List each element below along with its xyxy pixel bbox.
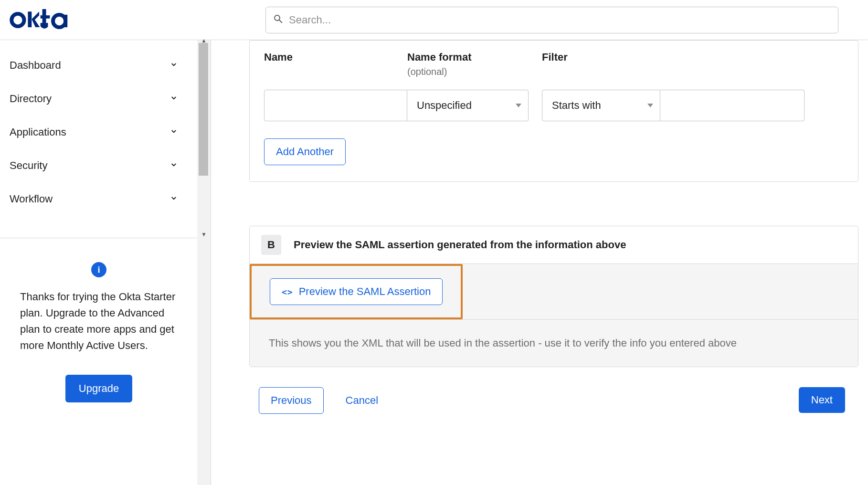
main-content: Name Name format (optional) Filter Unspe… (211, 40, 868, 485)
sidebar-item-security[interactable]: Security (0, 149, 197, 182)
scroll-down-icon[interactable]: ▼ (197, 231, 211, 238)
sidebar-item-label: Directory (10, 93, 52, 105)
col-format-optional: (optional) (407, 66, 542, 77)
next-button[interactable]: Next (799, 387, 845, 413)
sidebar-item-label: Workflow (10, 193, 53, 205)
name-format-value: Unspecified (417, 99, 472, 112)
upgrade-button[interactable]: Upgrade (65, 375, 132, 402)
search-icon (273, 13, 284, 27)
scroll-thumb[interactable] (199, 43, 208, 176)
preview-saml-button[interactable]: <> Preview the SAML Assertion (270, 278, 443, 305)
promo-box: i Thanks for trying the Okta Starter pla… (0, 238, 198, 422)
dropdown-icon (516, 104, 521, 107)
footer-buttons: Previous Cancel Next (249, 367, 858, 414)
add-another-button[interactable]: Add Another (264, 138, 346, 165)
sidebar-scrollbar[interactable]: ▲ ▼ (197, 40, 211, 485)
group-attribute-card: Name Name format (optional) Filter Unspe… (249, 40, 858, 182)
sidebar-nav: Dashboard Directory Applications Securit… (0, 40, 197, 485)
search-box[interactable] (265, 7, 838, 33)
section-b-card: B Preview the SAML assertion generated f… (249, 226, 858, 367)
chevron-down-icon (169, 59, 178, 72)
sidebar: Dashboard Directory Applications Securit… (0, 40, 211, 485)
filter-select[interactable]: Starts with (542, 90, 660, 121)
code-icon: <> (282, 287, 293, 297)
svg-point-0 (11, 13, 24, 26)
col-format: Name format (optional) (407, 51, 542, 77)
name-input[interactable] (264, 90, 407, 121)
okta-logo (8, 8, 79, 32)
preview-btn-label: Preview the SAML Assertion (299, 285, 431, 298)
previous-button[interactable]: Previous (259, 387, 324, 414)
col-format-label: Name format (407, 51, 471, 63)
col-filter: Filter (542, 51, 685, 77)
filter-value: Starts with (552, 99, 601, 112)
chevron-down-icon (169, 159, 178, 172)
sidebar-item-directory[interactable]: Directory (0, 82, 197, 116)
info-icon: i (91, 262, 106, 277)
chevron-down-icon (169, 193, 178, 205)
col-name-label: Name (264, 51, 293, 63)
chevron-down-icon (169, 126, 178, 138)
preview-zone: <> Preview the SAML Assertion This shows… (250, 264, 858, 367)
sidebar-item-label: Dashboard (10, 59, 61, 72)
preview-description: This shows you the XML that will be used… (250, 319, 858, 367)
name-format-select[interactable]: Unspecified (407, 90, 529, 121)
attribute-row: Unspecified Starts with (264, 90, 844, 121)
section-b-title: Preview the SAML assertion generated fro… (294, 239, 626, 251)
cancel-button[interactable]: Cancel (346, 394, 378, 407)
sidebar-item-workflow[interactable]: Workflow (0, 182, 197, 216)
col-name: Name (264, 51, 407, 77)
sidebar-item-label: Applications (10, 126, 66, 138)
dropdown-icon (647, 104, 653, 107)
sidebar-item-dashboard[interactable]: Dashboard (0, 49, 197, 82)
highlight-box: <> Preview the SAML Assertion (250, 264, 463, 319)
section-b-header: B Preview the SAML assertion generated f… (250, 226, 858, 264)
col-filter-label: Filter (542, 51, 568, 63)
sidebar-item-label: Security (10, 159, 47, 172)
svg-rect-1 (28, 11, 32, 27)
filter-value-input[interactable] (660, 90, 804, 121)
top-header (0, 0, 868, 40)
sidebar-item-applications[interactable]: Applications (0, 116, 197, 149)
svg-rect-3 (41, 15, 50, 19)
search-input[interactable] (289, 14, 831, 26)
promo-text: Thanks for trying the Okta Starter plan.… (20, 289, 178, 354)
step-badge: B (261, 235, 281, 255)
chevron-down-icon (169, 93, 178, 105)
column-headers: Name Name format (optional) Filter (264, 51, 844, 77)
svg-rect-5 (64, 14, 67, 27)
